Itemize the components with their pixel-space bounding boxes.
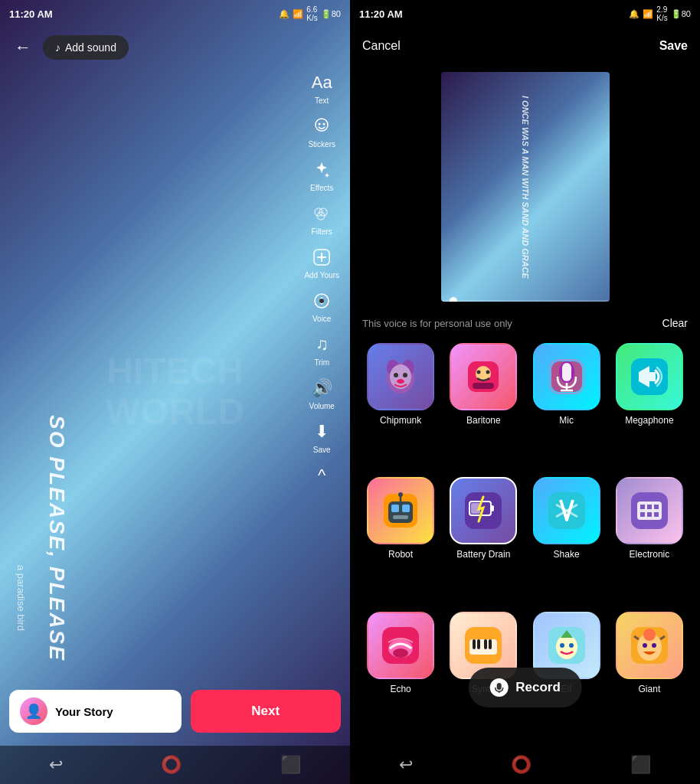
battery-drain-icon [450,477,517,544]
clear-button[interactable]: Clear [662,317,688,329]
nav-recents-icon[interactable]: ⬛ [280,755,301,775]
nav-back-icon[interactable]: ↩ [49,755,63,775]
svg-rect-31 [649,372,656,381]
left-time: 11:20 AM [9,8,53,20]
effect-giant[interactable]: Giant [611,612,688,740]
preview-text: I ONCE WAS A MAN WITH SAND AND GRACE [521,96,530,279]
stickers-label: Stickers [308,140,335,149]
svg-rect-49 [640,512,645,517]
stickers-icon [309,114,334,139]
your-story-label: Your Story [55,705,113,718]
effect-battery-drain[interactable]: Battery Drain [445,477,522,605]
mic-icon [533,343,600,410]
tool-collapse[interactable]: ^ [305,460,339,491]
svg-rect-60 [489,639,492,649]
watermark: HITECH WORLD [106,351,244,433]
effect-shake[interactable]: Shake [528,477,605,605]
shake-icon [533,477,600,544]
tool-trim[interactable]: ♫ Trim [305,329,339,370]
nav-recents-right-icon[interactable]: ⬛ [630,755,651,775]
chipmunk-label: Chipmunk [380,415,421,426]
left-status-icons: 🔔📶6.6K/s🔋80 [279,5,341,22]
voice-icon [309,289,334,313]
add-sound-button[interactable]: ♪ Add sound [43,35,129,60]
save-icon: ⬇ [309,420,334,444]
save-label: Save [313,446,331,454]
back-button[interactable]: ← [9,34,37,61]
robot-icon [367,477,434,544]
effect-baritone[interactable]: Baritone [445,343,522,471]
music-icon: ♪ [55,41,61,54]
volume-icon: 🔊 [309,376,334,400]
svg-rect-22 [473,383,494,389]
baritone-icon [450,343,517,410]
right-save-button[interactable]: Save [659,39,688,53]
tool-effects[interactable]: Effects [305,155,339,195]
effects-label: Effects [310,184,333,192]
filters-label: Filters [312,227,332,236]
echo-label: Echo [390,684,411,694]
robot-label: Robot [388,549,413,560]
tool-text[interactable]: Aa Text [305,67,339,108]
tool-voice[interactable]: Voice [305,286,339,326]
nav-home-right-icon[interactable]: ⭕ [511,755,532,775]
svg-rect-34 [391,505,399,512]
next-button[interactable]: Next [191,690,342,733]
your-story-button[interactable]: 👤 Your Story [9,690,182,733]
volume-label: Volume [309,402,335,410]
svg-rect-28 [562,363,571,381]
tool-stickers[interactable]: Stickers [303,111,340,152]
giant-label: Giant [639,684,661,694]
svg-point-10 [319,299,324,303]
record-button[interactable]: Record [468,668,582,707]
svg-point-20 [477,371,481,374]
svg-point-54 [393,648,408,658]
svg-point-16 [403,373,407,377]
tool-save[interactable]: ⬇ Save [305,416,339,457]
cancel-button[interactable]: Cancel [362,39,401,53]
avatar: 👤 [20,697,47,725]
left-status-bar: 11:20 AM 🔔📶6.6K/s🔋80 [0,0,350,28]
svg-point-15 [394,373,398,377]
mic-label: Mic [559,415,574,426]
effect-electronic[interactable]: Electronic [611,477,688,605]
tool-add-yours[interactable]: Add Yours [299,242,344,283]
trim-icon: ♫ [309,332,334,357]
nav-home-icon[interactable]: ⭕ [161,755,182,775]
trim-label: Trim [314,358,329,367]
add-sound-label: Add sound [65,41,116,54]
svg-point-21 [486,371,490,374]
svg-point-1 [319,123,321,126]
megaphone-label: Megaphone [625,415,673,426]
text-icon: Aa [309,70,334,95]
svg-point-38 [398,492,403,497]
text-label: Text [315,96,329,105]
nav-back-right-icon[interactable]: ↩ [399,755,413,775]
svg-rect-48 [654,505,659,509]
svg-rect-58 [477,639,480,649]
tool-filters[interactable]: Filters [305,198,339,239]
effect-mic[interactable]: Mic [528,343,605,471]
baritone-label: Baritone [466,415,501,426]
effect-chipmunk[interactable]: Chipmunk [362,343,439,471]
timeline [441,300,610,302]
effect-megaphone[interactable]: Megaphone [611,343,688,471]
effects-icon [309,158,334,182]
effect-echo[interactable]: Echo [362,612,439,740]
shake-label: Shake [554,549,580,560]
effect-robot[interactable]: Robot [362,477,439,605]
add-yours-label: Add Yours [304,271,339,279]
record-label: Record [515,680,561,695]
svg-point-64 [569,643,574,648]
svg-point-2 [323,123,325,126]
echo-icon [367,612,434,679]
svg-rect-51 [654,512,659,517]
preview-image: I ONCE WAS A MAN WITH SAND AND GRACE [441,72,610,302]
svg-rect-45 [637,501,662,520]
svg-rect-46 [640,505,645,509]
left-nav-bar: ↩ ⭕ ⬛ [0,746,350,784]
tool-volume[interactable]: 🔊 Volume [305,373,339,413]
right-panel: 11:20 AM 🔔📶2.9K/s🔋80 Cancel Save I ONCE … [350,0,700,784]
svg-point-70 [652,643,656,648]
preview-area: I ONCE WAS A MAN WITH SAND AND GRACE [350,64,700,309]
